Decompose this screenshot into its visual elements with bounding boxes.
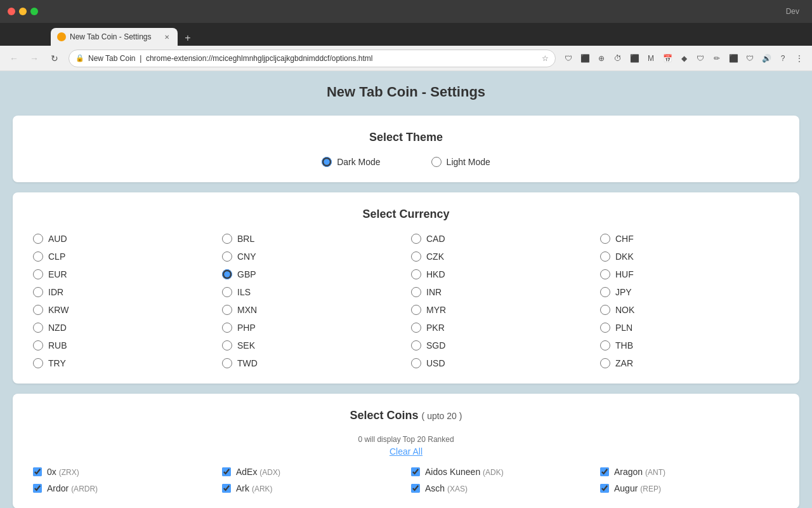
coin-checkbox-rep[interactable] [600, 484, 609, 493]
currency-radio-huf[interactable] [600, 269, 610, 279]
more-options-button[interactable]: ⋮ [792, 51, 807, 66]
currency-option-chf[interactable]: CHF [600, 234, 779, 244]
close-window-button[interactable] [8, 8, 15, 15]
ext-icon-6[interactable]: M [643, 51, 658, 66]
currency-option-inr[interactable]: INR [411, 287, 590, 297]
currency-option-try[interactable]: TRY [33, 358, 212, 368]
ext-icon-13[interactable]: 🔊 [759, 51, 774, 66]
currency-option-pln[interactable]: PLN [600, 323, 779, 333]
currency-radio-zar[interactable] [600, 358, 610, 368]
currency-option-gbp[interactable]: GBP [222, 269, 401, 279]
currency-option-twd[interactable]: TWD [222, 358, 401, 368]
coin-checkbox-zrx[interactable] [33, 467, 42, 476]
ext-icon-2[interactable]: ⬛ [577, 51, 593, 66]
currency-radio-myr[interactable] [411, 305, 421, 315]
currency-radio-eur[interactable] [33, 269, 43, 279]
currency-option-ils[interactable]: ILS [222, 287, 401, 297]
ext-icon-5[interactable]: ⬛ [627, 51, 642, 66]
ext-icon-1[interactable]: 🛡 [561, 51, 576, 66]
coin-checkbox-ardr[interactable] [33, 484, 42, 493]
currency-option-myr[interactable]: MYR [411, 305, 590, 315]
currency-option-thb[interactable]: THB [600, 340, 779, 351]
clear-all-link[interactable]: Clear All [33, 446, 779, 457]
coin-checkbox-xas[interactable] [411, 484, 420, 493]
currency-radio-chf[interactable] [600, 234, 610, 244]
currency-option-clp[interactable]: CLP [33, 251, 212, 262]
currency-option-cny[interactable]: CNY [222, 251, 401, 262]
currency-option-huf[interactable]: HUF [600, 269, 779, 279]
ext-icon-8[interactable]: ◆ [676, 51, 691, 66]
currency-option-hkd[interactable]: HKD [411, 269, 590, 279]
maximize-window-button[interactable] [30, 8, 38, 15]
currency-radio-pln[interactable] [600, 323, 610, 333]
ext-icon-10[interactable]: ✏ [709, 51, 724, 66]
light-mode-radio[interactable] [431, 157, 442, 167]
currency-radio-clp[interactable] [33, 251, 43, 262]
coin-checkbox-adk[interactable] [411, 467, 420, 476]
currency-radio-ils[interactable] [222, 287, 232, 297]
currency-option-php[interactable]: PHP [222, 323, 401, 333]
new-tab-button[interactable]: + [180, 30, 195, 46]
forward-button[interactable]: → [25, 50, 43, 67]
currency-radio-idr[interactable] [33, 287, 43, 297]
coin-option-adx[interactable]: AdEx (ADX) [222, 467, 401, 477]
ext-icon-12[interactable]: 🛡 [742, 51, 757, 66]
currency-option-nok[interactable]: NOK [600, 305, 779, 315]
currency-radio-czk[interactable] [411, 251, 421, 262]
currency-option-sgd[interactable]: SGD [411, 340, 590, 351]
active-tab[interactable]: New Tab Coin - Settings ✕ [51, 28, 178, 46]
currency-radio-mxn[interactable] [222, 305, 232, 315]
minimize-window-button[interactable] [19, 8, 27, 15]
currency-radio-cny[interactable] [222, 251, 232, 262]
bookmark-icon[interactable]: ☆ [542, 54, 549, 63]
ext-icon-9[interactable]: 🛡 [693, 51, 708, 66]
currency-option-czk[interactable]: CZK [411, 251, 590, 262]
currency-option-brl[interactable]: BRL [222, 234, 401, 244]
currency-option-idr[interactable]: IDR [33, 287, 212, 297]
currency-radio-cad[interactable] [411, 234, 421, 244]
currency-radio-dkk[interactable] [600, 251, 610, 262]
light-mode-option[interactable]: Light Mode [431, 157, 490, 167]
coin-option-rep[interactable]: Augur (REP) [600, 483, 779, 493]
ext-icon-3[interactable]: ⊕ [594, 51, 609, 66]
coin-option-ant[interactable]: Aragon (ANT) [600, 467, 779, 477]
currency-option-dkk[interactable]: DKK [600, 251, 779, 262]
currency-option-usd[interactable]: USD [411, 358, 590, 368]
currency-radio-nok[interactable] [600, 305, 610, 315]
currency-radio-sek[interactable] [222, 340, 232, 351]
coin-option-ark[interactable]: Ark (ARK) [222, 483, 401, 493]
currency-option-pkr[interactable]: PKR [411, 323, 590, 333]
currency-radio-nzd[interactable] [33, 323, 43, 333]
reload-button[interactable]: ↻ [46, 50, 63, 67]
coin-checkbox-ark[interactable] [222, 484, 231, 493]
currency-option-jpy[interactable]: JPY [600, 287, 779, 297]
currency-radio-try[interactable] [33, 358, 43, 368]
currency-option-aud[interactable]: AUD [33, 234, 212, 244]
currency-option-eur[interactable]: EUR [33, 269, 212, 279]
currency-radio-inr[interactable] [411, 287, 421, 297]
currency-radio-gbp[interactable] [222, 269, 232, 279]
currency-option-cad[interactable]: CAD [411, 234, 590, 244]
currency-radio-pkr[interactable] [411, 323, 421, 333]
coin-checkbox-adx[interactable] [222, 467, 231, 476]
currency-option-zar[interactable]: ZAR [600, 358, 779, 368]
currency-option-krw[interactable]: KRW [33, 305, 212, 315]
currency-option-nzd[interactable]: NZD [33, 323, 212, 333]
coin-option-zrx[interactable]: 0x (ZRX) [33, 467, 212, 477]
ext-icon-11[interactable]: ⬛ [726, 51, 741, 66]
dark-mode-radio[interactable] [322, 157, 332, 167]
currency-radio-php[interactable] [222, 323, 232, 333]
currency-radio-aud[interactable] [33, 234, 43, 244]
coin-checkbox-ant[interactable] [600, 467, 609, 476]
currency-radio-hkd[interactable] [411, 269, 421, 279]
currency-radio-brl[interactable] [222, 234, 232, 244]
currency-radio-thb[interactable] [600, 340, 610, 351]
ext-icon-4[interactable]: ⏱ [610, 51, 625, 66]
currency-radio-rub[interactable] [33, 340, 43, 351]
currency-radio-sgd[interactable] [411, 340, 421, 351]
tab-close-button[interactable]: ✕ [162, 32, 171, 41]
currency-radio-twd[interactable] [222, 358, 232, 368]
ext-icon-7[interactable]: 📅 [660, 51, 675, 66]
coin-option-adk[interactable]: Aidos Kuneen (ADK) [411, 467, 590, 477]
ext-icon-14[interactable]: ? [775, 51, 790, 66]
